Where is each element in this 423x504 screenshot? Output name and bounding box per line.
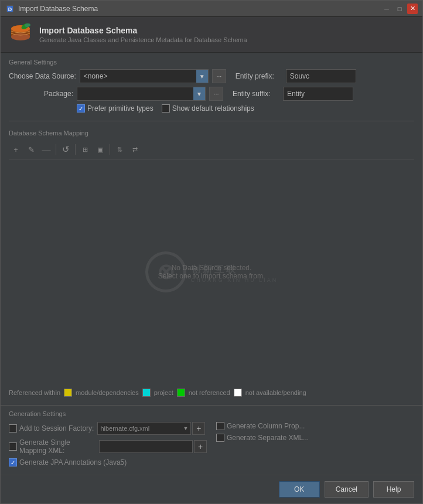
data-source-browse-btn[interactable]: ··· (212, 69, 226, 83)
watermark-main: 创新互联 (191, 264, 278, 276)
generation-settings-section: Generation Settings Add to Session Facto… (1, 405, 422, 475)
ok-button[interactable]: OK (279, 481, 320, 498)
generate-single-input[interactable] (99, 440, 193, 453)
sort-desc-button[interactable]: ⇄ (128, 142, 142, 156)
header-subtitle: Generate Java Classes and Persistence Me… (39, 36, 247, 43)
schema-empty-area: ⊗ 创新互联 CHUANG XIN HU LIAN No Data Source… (9, 159, 414, 384)
data-source-arrow[interactable]: ▼ (196, 70, 208, 83)
minimize-button[interactable]: ─ (381, 4, 392, 14)
generate-sep-label: Generate Separate XML... (227, 434, 309, 442)
copy-button[interactable]: ⊞ (78, 142, 92, 156)
sort-asc-button[interactable]: ⇅ (112, 142, 127, 156)
general-settings-label: General Settings (9, 59, 414, 66)
title-bar: D Import Database Schema ─ □ ✕ (1, 1, 422, 17)
show-default-checkbox[interactable] (162, 104, 170, 113)
checkbox-row: Prefer primitive types Show default rela… (77, 104, 414, 113)
toolbar-sep-1 (56, 144, 56, 155)
session-add-btn[interactable]: + (192, 422, 205, 435)
add-session-checkbox[interactable] (9, 424, 17, 433)
header-text: Import Database Schema Generate Java Cla… (39, 26, 247, 43)
package-row: Package: ▼ ··· Entity suffix: (9, 87, 414, 101)
entity-suffix-input[interactable] (283, 87, 353, 101)
title-bar-controls: ─ □ ✕ (381, 4, 418, 14)
single-add-btn[interactable]: + (194, 440, 207, 453)
generate-col-label: Generate Column Prop... (227, 422, 305, 430)
prefer-primitive-label: Prefer primitive types (87, 104, 153, 113)
header-section: Import Database Schema Generate Java Cla… (1, 17, 422, 53)
data-source-value: <none> (84, 72, 196, 80)
entity-prefix-label: Entity prefix: (236, 72, 282, 80)
legend-notref-box (177, 389, 185, 397)
generate-jpa-checkbox-item[interactable]: Generate JPA Annotations (Java5) (9, 458, 127, 466)
generate-jpa-checkbox[interactable] (9, 458, 17, 466)
content-area: General Settings Choose Data Source: <no… (1, 53, 422, 405)
divider-1 (9, 121, 414, 121)
legend-notavail-box (234, 389, 242, 397)
generate-jpa-label: Generate JPA Annotations (Java5) (19, 458, 127, 466)
add-session-checkbox-item[interactable]: Add to Session Factory: (9, 424, 94, 433)
main-window: D Import Database Schema ─ □ ✕ (0, 0, 423, 504)
title-bar-text: Import Database Schema (18, 5, 381, 13)
entity-prefix-input[interactable] (286, 69, 356, 83)
session-factory-combo[interactable]: hibernate.cfg.xml ▼ (97, 422, 191, 435)
package-arrow[interactable]: ▼ (193, 87, 205, 100)
header-title: Import Database Schema (39, 26, 247, 35)
generate-single-label: Generate Single Mapping XML: (19, 438, 95, 455)
watermark: ⊗ 创新互联 CHUANG XIN HU LIAN (145, 251, 278, 292)
schema-toolbar: + ✎ — ↺ ⊞ ▣ ⇅ ⇄ (9, 140, 414, 159)
schema-mapping-title: Database Schema Mapping (9, 130, 414, 137)
entity-suffix-label: Entity suffix: (233, 90, 279, 98)
generate-single-checkbox[interactable] (9, 442, 17, 451)
generate-sep-row: Generate Separate XML... (216, 434, 414, 442)
package-label: Package: (9, 90, 73, 98)
data-source-combo[interactable]: <none> ▼ (80, 69, 209, 83)
generate-single-row: Generate Single Mapping XML: + (9, 438, 207, 455)
watermark-sub: CHUANG XIN HU LIAN (191, 277, 278, 283)
refresh-button[interactable]: ↺ (59, 142, 73, 156)
svg-text:D: D (8, 6, 12, 12)
package-combo[interactable]: ▼ (77, 87, 206, 101)
cancel-button[interactable]: Cancel (325, 481, 369, 498)
remove-button[interactable]: — (39, 142, 53, 156)
legend-project-label: project (154, 389, 173, 396)
session-factory-value: hibernate.cfg.xml (100, 425, 183, 432)
generate-col-row: Generate Column Prop... (216, 422, 414, 430)
general-settings-section: General Settings Choose Data Source: <no… (9, 59, 414, 113)
legend-project-box (142, 389, 151, 397)
action-bar: OK Cancel Help (1, 475, 422, 503)
legend-notavail-label: not available/pending (245, 389, 306, 396)
toolbar-sep-2 (75, 144, 76, 155)
legend-module-label: module/dependencies (76, 389, 139, 396)
package-browse-btn[interactable]: ··· (209, 87, 223, 101)
generate-jpa-row: Generate JPA Annotations (Java5) (9, 458, 207, 466)
generate-col-checkbox-item[interactable]: Generate Column Prop... (216, 422, 305, 430)
legend-module-box (64, 389, 72, 397)
maximize-button[interactable]: □ (394, 4, 405, 14)
window-icon: D (5, 4, 15, 13)
data-source-row: Choose Data Source: <none> ▼ ··· Entity … (9, 69, 414, 83)
schema-mapping-section: Database Schema Mapping + ✎ — ↺ ⊞ ▣ ⇅ ⇄ (9, 130, 414, 399)
legend-prefix: Referenced within (9, 389, 60, 396)
data-source-label: Choose Data Source: (9, 72, 76, 80)
generate-sep-checkbox-item[interactable]: Generate Separate XML... (216, 434, 309, 442)
toolbar-sep-3 (110, 144, 110, 155)
add-button[interactable]: + (9, 142, 23, 156)
generate-sep-checkbox[interactable] (216, 434, 224, 442)
move-button[interactable]: ▣ (93, 142, 107, 156)
add-session-row: Add to Session Factory: hibernate.cfg.xm… (9, 422, 207, 435)
show-default-item[interactable]: Show default relationships (162, 104, 254, 113)
close-button[interactable]: ✕ (407, 4, 418, 14)
gen-section-title: Generation Settings (9, 410, 414, 417)
database-icon (9, 23, 32, 46)
help-button[interactable]: Help (373, 481, 414, 498)
generate-single-checkbox-item[interactable]: Generate Single Mapping XML: (9, 438, 95, 455)
generate-col-checkbox[interactable] (216, 422, 224, 430)
show-default-label: Show default relationships (172, 104, 254, 113)
legend: Referenced within module/dependencies pr… (9, 386, 414, 399)
add-session-label: Add to Session Factory: (19, 424, 94, 433)
prefer-primitive-item[interactable]: Prefer primitive types (77, 104, 153, 113)
prefer-primitive-checkbox[interactable] (77, 104, 85, 113)
legend-notref-label: not referenced (189, 389, 230, 396)
edit-button[interactable]: ✎ (24, 142, 38, 156)
